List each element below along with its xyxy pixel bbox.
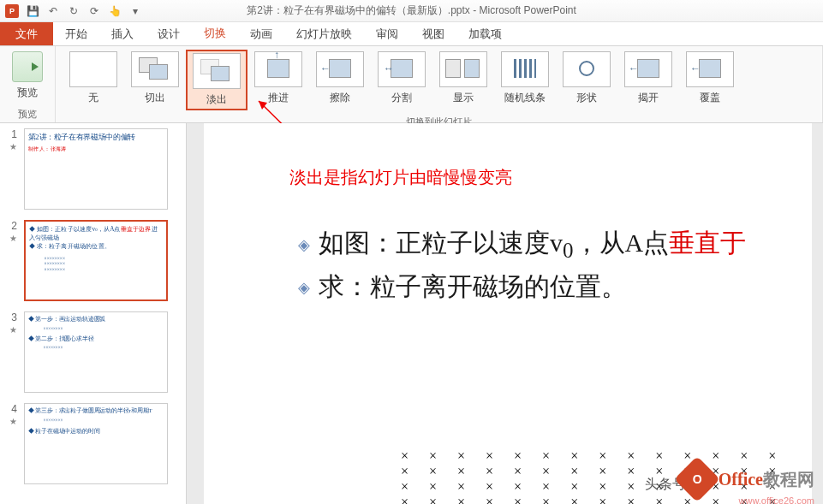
watermark-badge-icon: O — [674, 456, 720, 502]
bullet-line-1: ◈ 如图：正粒子以速度v0，从A点垂直于 — [298, 226, 778, 263]
preview-label: 预览 — [9, 86, 46, 100]
cut-icon — [131, 51, 179, 87]
animation-star-icon: ★ — [9, 142, 17, 151]
watermark: O Office教程网 — [681, 463, 814, 495]
app-icon[interactable]: P — [5, 4, 19, 18]
transition-label: 形状 — [558, 91, 616, 105]
slide-thumbnail-panel[interactable]: 1★ 第2讲：粒子在有界磁场中的偏转 制作人：张海涛 2★ ◆ 如图：正粒子以速… — [0, 123, 187, 504]
bullet-icon: ◈ — [298, 235, 310, 254]
tab-addins[interactable]: 加载项 — [456, 22, 514, 45]
watermark-url: www.office26.com — [739, 495, 814, 504]
work-area: 1★ 第2讲：粒子在有界磁场中的偏转 制作人：张海涛 2★ ◆ 如图：正粒子以速… — [0, 123, 823, 504]
annotation-text: 淡出是指幻灯片由暗慢慢变亮 — [289, 166, 512, 189]
transition-label: 无 — [64, 91, 122, 105]
transition-label: 推进 — [249, 91, 307, 105]
shape-icon — [563, 51, 611, 87]
transition-shape[interactable]: 形状 — [556, 50, 617, 107]
transition-label: 淡出 — [189, 92, 244, 107]
slide-content: 淡出是指幻灯片由暗慢慢变亮 ◈ 如图：正粒子以速度v0，从A点垂直于 ◈ 求：粒… — [204, 123, 812, 504]
tab-insert[interactable]: 插入 — [99, 22, 146, 45]
quick-access-toolbar: P 💾 ↶ ↻ ⟳ 👆 ▾ — [5, 4, 142, 18]
thumbnail-4[interactable]: ◆ 第三步：求出粒子做圆周运动的半径r和周期T ×××××××× ◆ 粒子在磁场… — [24, 403, 168, 484]
ribbon-group-transitions: 无 切出 淡出 ↑ 推进 ← 擦除 ↔ 分割 — [56, 46, 823, 122]
repeat-icon[interactable]: ⟳ — [87, 4, 101, 18]
transition-fade[interactable]: 淡出 — [186, 50, 247, 110]
tab-view[interactable]: 视图 — [410, 22, 456, 45]
line2-text: 求：粒子离开磁场的位置。 — [319, 270, 627, 305]
push-icon: ↑ — [254, 51, 302, 87]
transition-random-bars[interactable]: 随机线条 — [494, 50, 556, 107]
reveal-icon — [439, 51, 487, 87]
randombars-icon — [501, 51, 549, 87]
thumbnail-number: 1★ — [7, 128, 21, 210]
thumbnail-row[interactable]: 1★ 第2讲：粒子在有界磁场中的偏转 制作人：张海涛 — [0, 123, 186, 215]
line1-text: 如图：正粒子以速度v0，从A点垂直于 — [319, 226, 746, 263]
tab-design[interactable]: 设计 — [146, 22, 192, 45]
title-bar: P 💾 ↶ ↻ ⟳ 👆 ▾ 第2讲：粒子在有界磁场中的偏转（最新版）.pptx … — [0, 0, 823, 22]
slide-canvas[interactable]: 淡出是指幻灯片由暗慢慢变亮 ◈ 如图：正粒子以速度v0，从A点垂直于 ◈ 求：粒… — [187, 123, 823, 504]
play-icon — [12, 51, 43, 82]
thumbnail-number: 3★ — [7, 311, 21, 393]
transition-split[interactable]: ↔ 分割 — [371, 50, 432, 107]
undo-icon[interactable]: ↶ — [46, 4, 60, 18]
transition-reveal[interactable]: 显示 — [432, 50, 494, 107]
transition-uncover[interactable]: ← 揭开 — [617, 50, 679, 107]
animation-star-icon: ★ — [9, 234, 17, 243]
touch-icon[interactable]: 👆 — [108, 4, 122, 18]
document-title: 第2讲：粒子在有界磁场中的偏转（最新版）.pptx - Microsoft Po… — [247, 3, 576, 18]
thumbnail-3[interactable]: ◆ 第一步：画出运动轨迹圆弧 ×××××××× ◆ 第二步：找圆心求半径 ×××… — [24, 311, 168, 393]
thumbnail-row[interactable]: 4★ ◆ 第三步：求出粒子做圆周运动的半径r和周期T ×××××××× ◆ 粒子… — [0, 398, 186, 489]
animation-star-icon: ★ — [9, 325, 17, 335]
tab-home[interactable]: 开始 — [53, 22, 99, 45]
thumbnail-number: 2★ — [7, 220, 21, 301]
save-icon[interactable]: 💾 — [26, 4, 39, 18]
transition-none[interactable]: 无 — [63, 50, 124, 107]
transition-label: 分割 — [373, 91, 431, 105]
tab-animations[interactable]: 动画 — [238, 22, 284, 45]
qat-dropdown-icon[interactable]: ▾ — [128, 4, 142, 18]
animation-star-icon: ★ — [9, 417, 17, 426]
thumbnail-number: 4★ — [7, 403, 21, 484]
ribbon: 预览 预览 无 切出 淡出 ↑ 推进 ← 擦除 — [0, 46, 823, 123]
thumbnail-row[interactable]: 3★ ◆ 第一步：画出运动轨迹圆弧 ×××××××× ◆ 第二步：找圆心求半径 … — [0, 306, 186, 398]
cover-icon: ← — [686, 51, 734, 87]
transition-label: 覆盖 — [681, 91, 739, 105]
watermark-brand: Office教程网 — [719, 468, 814, 491]
transition-wipe[interactable]: ← 擦除 — [309, 50, 371, 107]
slide-body: ◈ 如图：正粒子以速度v0，从A点垂直于 ◈ 求：粒子离开磁场的位置。 — [298, 226, 778, 305]
file-tab[interactable]: 文件 — [0, 22, 53, 45]
group-label-preview: 预览 — [0, 106, 55, 122]
transition-label: 随机线条 — [496, 91, 554, 105]
transition-label: 显示 — [434, 91, 492, 105]
thumbnail-row[interactable]: 2★ ◆ 如图：正粒子以速度v₀，从A点垂直于边界进入匀强磁场 ◆ 求：粒子离开… — [0, 215, 186, 306]
uncover-icon: ← — [624, 51, 672, 87]
split-icon: ↔ — [378, 51, 426, 87]
tab-review[interactable]: 审阅 — [364, 22, 410, 45]
thumb-subtitle: 制作人：张海涛 — [28, 145, 164, 153]
tab-transitions[interactable]: 切换 — [192, 22, 238, 45]
tab-slideshow[interactable]: 幻灯片放映 — [284, 22, 364, 45]
fade-icon — [193, 53, 241, 89]
bullet-line-2: ◈ 求：粒子离开磁场的位置。 — [298, 270, 778, 305]
ribbon-group-preview: 预览 预览 — [0, 46, 56, 122]
transition-push[interactable]: ↑ 推进 — [247, 50, 309, 107]
thumbnail-2[interactable]: ◆ 如图：正粒子以速度v₀，从A点垂直于边界进入匀强磁场 ◆ 求：粒子离开磁场的… — [24, 220, 168, 301]
thumbnail-1[interactable]: 第2讲：粒子在有界磁场中的偏转 制作人：张海涛 — [24, 128, 168, 210]
transition-label: 揭开 — [619, 91, 677, 105]
preview-button[interactable]: 预览 — [7, 50, 48, 102]
transition-cover[interactable]: ← 覆盖 — [679, 50, 741, 107]
thumb-title: 第2讲：粒子在有界磁场中的偏转 — [28, 133, 164, 143]
menu-bar: 文件 开始 插入 设计 切换 动画 幻灯片放映 审阅 视图 加载项 — [0, 22, 823, 46]
transition-label: 切出 — [126, 91, 184, 105]
wipe-icon: ← — [316, 51, 364, 87]
redo-icon[interactable]: ↻ — [67, 4, 81, 18]
none-icon — [69, 51, 117, 87]
transition-cut[interactable]: 切出 — [124, 50, 186, 107]
bullet-icon: ◈ — [298, 278, 310, 297]
transition-label: 擦除 — [311, 91, 369, 105]
